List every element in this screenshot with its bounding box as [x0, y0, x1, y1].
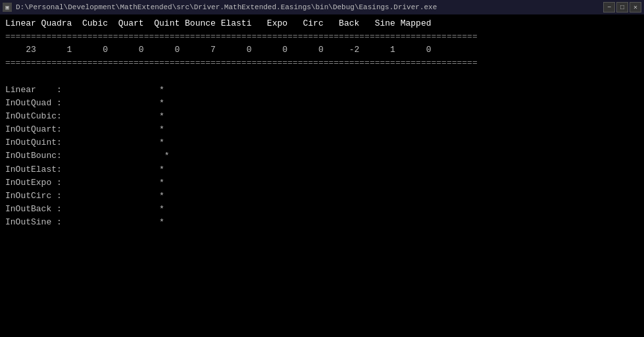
easing-row: InOutBack : *	[5, 203, 639, 216]
blank-line	[5, 70, 639, 84]
easing-row: InOutQuint: *	[5, 136, 639, 149]
easing-row: InOutBounc: *	[5, 149, 639, 163]
title-bar: ▣ D:\Personal\Development\MathExtended\s…	[0, 0, 644, 14]
separator-top: ========================================…	[5, 30, 639, 43]
close-button[interactable]: ✕	[630, 2, 641, 13]
title-bar-left: ▣ D:\Personal\Development\MathExtended\s…	[3, 3, 437, 12]
easing-row: InOutExpo : *	[5, 176, 639, 190]
data-row: 23 1 0 0 0 7 0 0 0 -2 1 0	[5, 43, 639, 57]
console-area: Linear Quadra Cubic Quart Quint Bounce E…	[0, 14, 644, 337]
app-icon: ▣	[3, 3, 12, 12]
minimize-button[interactable]: −	[603, 2, 615, 13]
easing-row: InOutSine : *	[5, 216, 639, 229]
easing-row: InOutElast: *	[5, 163, 639, 176]
easing-row: InOutQuart: *	[5, 123, 639, 136]
column-header: Linear Quadra Cubic Quart Quint Bounce E…	[5, 17, 639, 30]
easing-row: InOutCubic: *	[5, 110, 639, 123]
easing-row: InOutCirc : *	[5, 190, 639, 203]
title-bar-controls: − □ ✕	[603, 2, 641, 13]
maximize-button[interactable]: □	[616, 2, 628, 13]
easing-rows: Linear : *InOutQuad : *InOutCubic: *InOu…	[5, 84, 639, 230]
easing-row: Linear : *	[5, 84, 639, 97]
title-bar-path: D:\Personal\Development\MathExtended\src…	[16, 3, 437, 11]
separator-bottom: ========================================…	[5, 57, 639, 70]
easing-row: InOutQuad : *	[5, 97, 639, 110]
